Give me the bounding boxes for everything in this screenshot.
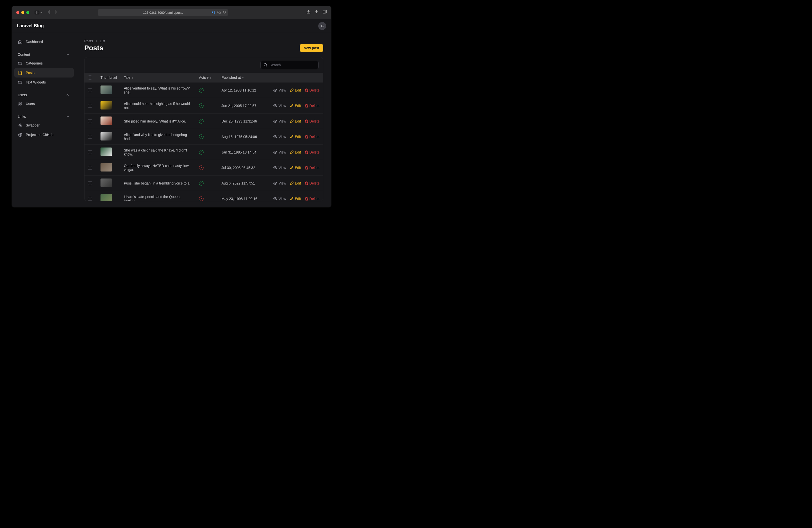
delete-button[interactable]: Delete bbox=[305, 104, 319, 108]
eye-icon bbox=[273, 151, 277, 154]
row-checkbox[interactable] bbox=[88, 181, 92, 185]
new-tab-icon[interactable] bbox=[315, 10, 318, 15]
tabs-icon[interactable] bbox=[323, 10, 327, 15]
edit-button[interactable]: Edit bbox=[290, 197, 301, 201]
row-actions: View Edit Delete bbox=[272, 119, 319, 123]
svg-rect-5 bbox=[323, 11, 326, 13]
section-label: Users bbox=[18, 93, 27, 97]
row-checkbox[interactable] bbox=[88, 135, 92, 139]
sidebar-section-content[interactable]: Content bbox=[14, 49, 74, 59]
edit-button[interactable]: Edit bbox=[290, 135, 301, 139]
search-input[interactable] bbox=[270, 63, 316, 67]
breadcrumb-root[interactable]: Posts bbox=[84, 39, 93, 43]
sidebar-item-categories[interactable]: Categories bbox=[14, 59, 74, 68]
sidebar-section-links[interactable]: Links bbox=[14, 112, 74, 120]
trash-icon bbox=[305, 135, 308, 138]
view-button[interactable]: View bbox=[273, 181, 286, 185]
action-label: Delete bbox=[309, 104, 319, 108]
sidebar-section-users[interactable]: Users bbox=[14, 90, 74, 99]
sound-icon[interactable] bbox=[212, 11, 215, 15]
delete-button[interactable]: Delete bbox=[305, 197, 319, 201]
avatar[interactable]: G bbox=[318, 22, 326, 30]
row-title: Alice could hear him sighing as if he wo… bbox=[120, 98, 195, 114]
delete-button[interactable]: Delete bbox=[305, 181, 319, 185]
action-label: Delete bbox=[309, 166, 319, 170]
close-window-button[interactable] bbox=[16, 11, 19, 14]
browser-sidebar-toggle[interactable] bbox=[35, 11, 43, 14]
row-checkbox[interactable] bbox=[88, 88, 92, 92]
action-label: Edit bbox=[295, 150, 301, 154]
reload-icon[interactable] bbox=[223, 11, 226, 15]
row-published-at: Jul 30, 2008 03:45:32 bbox=[218, 160, 268, 176]
col-title[interactable]: Title▾ bbox=[120, 73, 195, 83]
view-button[interactable]: View bbox=[273, 166, 286, 170]
delete-button[interactable]: Delete bbox=[305, 88, 319, 92]
table-row: Lizard's slate-pencil, and the Queen, tu… bbox=[85, 191, 323, 201]
row-checkbox[interactable] bbox=[88, 166, 92, 170]
view-button[interactable]: View bbox=[273, 197, 286, 201]
table-row: Alice ventured to say. 'What is his sorr… bbox=[85, 83, 323, 98]
row-checkbox[interactable] bbox=[88, 197, 92, 201]
row-checkbox[interactable] bbox=[88, 119, 92, 123]
chrome-right bbox=[307, 10, 327, 15]
thumbnail-image bbox=[101, 178, 112, 187]
action-label: Delete bbox=[309, 88, 319, 92]
app-header: Laravel Blog G bbox=[12, 19, 331, 33]
table-wrap: Thumbnail Title▾ Active▾ Published at▾ A… bbox=[85, 73, 323, 201]
sidebar-item-posts[interactable]: Posts bbox=[14, 68, 74, 77]
view-button[interactable]: View bbox=[273, 88, 286, 92]
sidebar-item-users[interactable]: Users bbox=[14, 99, 74, 108]
view-button[interactable]: View bbox=[273, 119, 286, 123]
archive-icon bbox=[18, 80, 23, 85]
maximize-window-button[interactable] bbox=[26, 11, 29, 14]
thumbnail-image bbox=[101, 117, 112, 125]
forward-button[interactable] bbox=[55, 10, 57, 15]
nav-label: Posts bbox=[26, 71, 34, 75]
url-bar[interactable]: 127.0.0.1:8000/admin/posts bbox=[98, 9, 228, 16]
pencil-icon bbox=[290, 181, 293, 185]
chevron-down-icon bbox=[40, 12, 43, 13]
delete-button[interactable]: Delete bbox=[305, 119, 319, 123]
view-button[interactable]: View bbox=[273, 104, 286, 108]
sidebar-item-github[interactable]: Project on GitHub bbox=[14, 130, 74, 140]
nav-label: Swagger bbox=[26, 123, 40, 127]
url-text: 127.0.0.1:8000/admin/posts bbox=[143, 11, 183, 15]
minimize-window-button[interactable] bbox=[21, 11, 24, 14]
sidebar-item-swagger[interactable]: Swagger bbox=[14, 120, 74, 130]
edit-button[interactable]: Edit bbox=[290, 88, 301, 92]
back-button[interactable] bbox=[48, 10, 50, 15]
col-active[interactable]: Active▾ bbox=[195, 73, 218, 83]
translate-icon[interactable] bbox=[217, 11, 221, 15]
view-button[interactable]: View bbox=[273, 135, 286, 139]
sidebar-item-dashboard[interactable]: Dashboard bbox=[14, 37, 74, 46]
sidebar-item-text-widgets[interactable]: Text Widgets bbox=[14, 77, 74, 87]
trash-icon bbox=[305, 166, 308, 170]
eye-icon bbox=[273, 166, 277, 169]
delete-button[interactable]: Delete bbox=[305, 150, 319, 154]
status-inactive-icon: ✕ bbox=[199, 196, 203, 201]
new-post-button[interactable]: New post bbox=[300, 44, 323, 52]
section-label: Links bbox=[18, 115, 26, 118]
row-actions: View Edit Delete bbox=[272, 150, 319, 154]
edit-button[interactable]: Edit bbox=[290, 104, 301, 108]
delete-button[interactable]: Delete bbox=[305, 135, 319, 139]
edit-button[interactable]: Edit bbox=[290, 166, 301, 170]
table-header: Thumbnail Title▾ Active▾ Published at▾ bbox=[85, 73, 323, 83]
status-active-icon: ✓ bbox=[199, 150, 203, 155]
users-icon bbox=[18, 101, 23, 106]
view-button[interactable]: View bbox=[273, 150, 286, 154]
edit-button[interactable]: Edit bbox=[290, 181, 301, 185]
row-checkbox[interactable] bbox=[88, 104, 92, 108]
search-field[interactable] bbox=[261, 61, 319, 69]
select-all-checkbox[interactable] bbox=[88, 75, 92, 79]
edit-button[interactable]: Edit bbox=[290, 119, 301, 123]
pencil-icon bbox=[290, 150, 293, 154]
share-icon[interactable] bbox=[307, 10, 310, 15]
action-label: View bbox=[278, 88, 286, 92]
delete-button[interactable]: Delete bbox=[305, 166, 319, 170]
edit-button[interactable]: Edit bbox=[290, 150, 301, 154]
col-published[interactable]: Published at▾ bbox=[218, 73, 268, 83]
sort-icon: ▾ bbox=[132, 76, 133, 79]
row-published-at: Apr 12, 1983 11:16:12 bbox=[218, 83, 268, 98]
row-checkbox[interactable] bbox=[88, 150, 92, 154]
